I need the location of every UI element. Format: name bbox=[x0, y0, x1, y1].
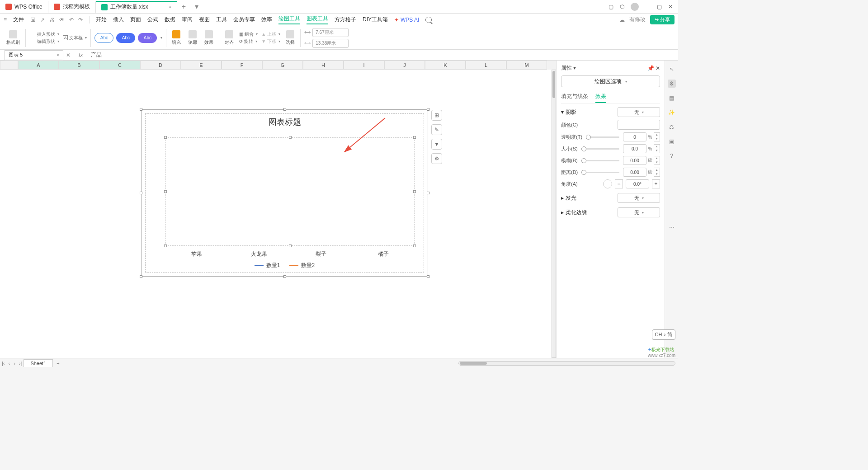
resize-handle[interactable] bbox=[140, 192, 142, 194]
col-header[interactable]: A bbox=[18, 61, 59, 70]
col-header[interactable]: K bbox=[425, 61, 466, 70]
col-header[interactable]: F bbox=[222, 61, 262, 70]
size-input[interactable]: 0.0 bbox=[623, 144, 646, 153]
chart-object[interactable]: 图表标题 苹果 火龙果 梨子 橘子 bbox=[141, 109, 428, 277]
export-icon[interactable]: ↗ bbox=[40, 17, 45, 23]
distance-slider[interactable] bbox=[581, 172, 619, 173]
fill-button[interactable]: 填充 bbox=[170, 29, 183, 47]
shadow-preset-dropdown[interactable]: 无▾ bbox=[618, 107, 660, 117]
print-icon[interactable]: 🖨 bbox=[49, 17, 55, 23]
help-tool-icon[interactable]: ? bbox=[668, 152, 676, 160]
resize-handle[interactable] bbox=[427, 108, 429, 111]
menu-fangfang[interactable]: 方方格子 bbox=[335, 16, 356, 24]
soft-preset-dropdown[interactable]: 无▾ bbox=[618, 207, 660, 217]
col-header[interactable]: E bbox=[181, 61, 222, 70]
menu-data[interactable]: 数据 bbox=[165, 16, 175, 24]
style-preset-1[interactable]: Abc bbox=[94, 33, 113, 43]
menu-view[interactable]: 视图 bbox=[199, 16, 210, 24]
resize-handle[interactable] bbox=[283, 108, 286, 111]
col-header[interactable]: L bbox=[466, 61, 506, 70]
resize-handle[interactable] bbox=[283, 275, 286, 278]
name-box[interactable]: 图表 5▾ bbox=[5, 50, 63, 60]
tab-fill-line[interactable]: 填充与线条 bbox=[561, 91, 588, 103]
fx-cancel-icon[interactable]: ✕ bbox=[63, 52, 73, 58]
color-picker[interactable] bbox=[618, 120, 660, 130]
menu-insert[interactable]: 插入 bbox=[113, 16, 124, 24]
sheet-nav-prev[interactable]: ‹ bbox=[7, 361, 12, 366]
blur-slider[interactable] bbox=[581, 160, 619, 161]
glow-preset-dropdown[interactable]: 无▾ bbox=[618, 193, 660, 203]
menu-member[interactable]: 会员专享 bbox=[233, 16, 255, 24]
undo-icon[interactable]: ↶ bbox=[69, 17, 74, 23]
minimize-button[interactable]: — bbox=[645, 4, 651, 10]
angle-minus[interactable]: − bbox=[615, 179, 623, 188]
col-header[interactable]: G bbox=[262, 61, 303, 70]
avatar[interactable] bbox=[631, 3, 639, 11]
select-all-corner[interactable] bbox=[0, 61, 18, 70]
ime-indicator[interactable]: CH ♪ 简 bbox=[652, 329, 676, 340]
new-tab-button[interactable]: + bbox=[177, 3, 190, 11]
tab-menu-button[interactable]: ▾ bbox=[190, 2, 203, 11]
tab-wps-home[interactable]: WPS Office bbox=[0, 1, 48, 13]
col-header[interactable]: M bbox=[506, 61, 547, 70]
rotate-button[interactable]: ⟳旋转▾ bbox=[239, 38, 258, 45]
style-more[interactable]: ▾ bbox=[160, 36, 162, 40]
chart-styles-button[interactable]: ✎ bbox=[431, 124, 442, 135]
fx-icon[interactable]: fx bbox=[73, 52, 88, 58]
tab-effect[interactable]: 效果 bbox=[595, 91, 606, 103]
search-icon[interactable] bbox=[425, 17, 432, 23]
add-sheet-button[interactable]: + bbox=[53, 361, 63, 366]
col-header[interactable]: C bbox=[99, 61, 140, 70]
section-soft-edges[interactable]: ▸ 柔化边缘 无▾ bbox=[561, 207, 660, 217]
menu-start[interactable]: 开始 bbox=[96, 16, 107, 24]
col-header[interactable]: J bbox=[384, 61, 425, 70]
chart-settings-button[interactable]: ⚙ bbox=[431, 153, 442, 164]
resize-handle[interactable] bbox=[427, 275, 429, 278]
vertical-scrollbar[interactable] bbox=[552, 70, 556, 358]
save-icon[interactable]: 🖫 bbox=[30, 17, 36, 23]
format-brush-button[interactable]: 格式刷 bbox=[5, 29, 22, 47]
magic-tool-icon[interactable]: ✨ bbox=[668, 108, 676, 117]
menu-efficiency[interactable]: 效率 bbox=[261, 16, 272, 24]
size-slider[interactable] bbox=[581, 148, 619, 150]
section-glow[interactable]: ▸ 发光 无▾ bbox=[561, 193, 660, 203]
window-layout-icon[interactable]: ▢ bbox=[609, 4, 613, 10]
stepper[interactable]: ▴▾ bbox=[654, 132, 660, 141]
cloud-icon[interactable]: ☁ bbox=[619, 17, 625, 23]
tab-template[interactable]: 找稻壳模板 bbox=[48, 1, 96, 13]
outline-button[interactable]: 轮廓 bbox=[186, 29, 199, 47]
textbox-button[interactable]: A文本框▾ bbox=[63, 35, 87, 41]
more-tool-icon[interactable]: ⋯ bbox=[668, 223, 676, 231]
angle-input[interactable]: 0.0 ° bbox=[626, 179, 649, 188]
effect-button[interactable]: 效果 bbox=[203, 29, 215, 47]
cube-icon[interactable]: ⬡ bbox=[620, 4, 624, 10]
resize-handle[interactable] bbox=[427, 192, 429, 194]
layers-tool-icon[interactable]: ▤ bbox=[668, 94, 676, 102]
horizontal-scrollbar[interactable] bbox=[458, 361, 675, 366]
maximize-button[interactable]: ▢ bbox=[657, 4, 662, 10]
image-tool-icon[interactable]: ▣ bbox=[668, 137, 676, 146]
wps-ai-button[interactable]: ✦WPS AI bbox=[394, 17, 419, 23]
section-shadow[interactable]: ▾ 阴影 无▾ bbox=[561, 107, 660, 117]
edit-shape-button[interactable]: 编辑形状▾ bbox=[29, 38, 59, 45]
pin-icon[interactable]: 📌 bbox=[647, 65, 654, 71]
height-input[interactable]: 7.67厘米 bbox=[312, 28, 349, 37]
tab-workbook[interactable]: 工作簿数量.xlsx● bbox=[96, 1, 177, 13]
menu-review[interactable]: 审阅 bbox=[182, 16, 193, 24]
resize-handle[interactable] bbox=[140, 275, 142, 278]
menu-file[interactable]: 文件 bbox=[13, 16, 24, 24]
settings-tool-icon[interactable]: ⚙ bbox=[668, 80, 676, 88]
group-button[interactable]: ▦组合▾ bbox=[239, 31, 258, 38]
cursor-tool-icon[interactable]: ↖ bbox=[668, 65, 676, 73]
menu-tools[interactable]: 工具 bbox=[216, 16, 227, 24]
distance-input[interactable]: 0.00 bbox=[623, 168, 646, 177]
sheet-nav-last[interactable]: ›| bbox=[17, 361, 24, 366]
col-header[interactable]: H bbox=[303, 61, 344, 70]
width-input[interactable]: 13.38厘米 bbox=[312, 39, 349, 48]
angle-plus[interactable]: + bbox=[652, 179, 660, 188]
sheet-nav-first[interactable]: |‹ bbox=[0, 361, 7, 366]
style-preset-3[interactable]: Abc bbox=[138, 33, 157, 43]
share-button[interactable]: ↪ 分享 bbox=[650, 15, 675, 24]
preview-icon[interactable]: 👁 bbox=[59, 17, 65, 23]
menu-chart-tools[interactable]: 图表工具 bbox=[307, 15, 328, 24]
